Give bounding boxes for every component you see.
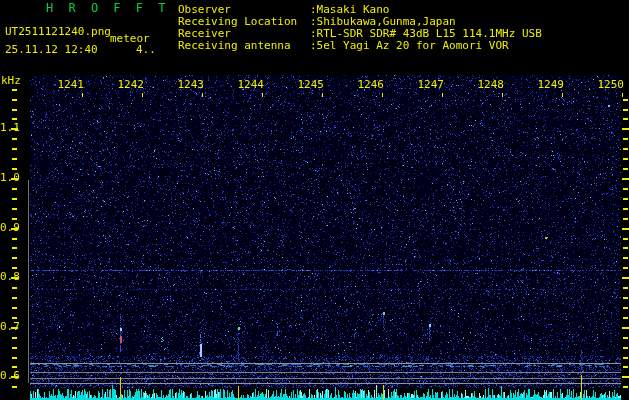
y-tick bbox=[622, 178, 629, 180]
y-tick bbox=[623, 158, 628, 160]
y-tick bbox=[12, 138, 17, 140]
hrofft-screen: H R O F F T UT2511121240.png meteor 25.1… bbox=[0, 0, 629, 400]
y-tick bbox=[623, 247, 628, 249]
y-tick bbox=[623, 337, 628, 339]
y-tick bbox=[12, 307, 17, 309]
y-tick bbox=[623, 366, 628, 368]
field-value-receiver: :RTL-SDR SDR# 43dB L15 114.1MHz USB bbox=[310, 28, 542, 39]
y-tick bbox=[12, 238, 17, 240]
y-tick bbox=[11, 376, 18, 378]
y-tick bbox=[623, 99, 628, 101]
y-tick bbox=[622, 128, 629, 130]
x-tick-label: 1249 bbox=[537, 79, 564, 90]
y-tick bbox=[623, 198, 628, 200]
y-tick bbox=[623, 386, 628, 388]
field-label-location: Receiving Location bbox=[178, 16, 297, 27]
y-tick bbox=[12, 198, 17, 200]
x-tick-label: 1244 bbox=[237, 79, 264, 90]
y-tick bbox=[12, 158, 17, 160]
y-tick bbox=[12, 317, 17, 319]
x-tick-label: 1242 bbox=[117, 79, 144, 90]
x-tick-label: 1243 bbox=[177, 79, 204, 90]
x-tick bbox=[202, 93, 203, 97]
y-tick bbox=[12, 357, 17, 359]
y-tick bbox=[623, 307, 628, 309]
app-title: H R O F F T bbox=[46, 3, 169, 14]
y-tick bbox=[623, 357, 628, 359]
y-tick bbox=[623, 109, 628, 111]
field-value-location: :Shibukawa,Gunma,Japan bbox=[310, 16, 456, 27]
y-tick bbox=[623, 188, 628, 190]
y-tick bbox=[12, 297, 17, 299]
y-axis-unit-label: kHz bbox=[1, 75, 21, 86]
y-tick bbox=[622, 228, 629, 230]
x-tick-label: 1245 bbox=[297, 79, 324, 90]
y-tick bbox=[623, 118, 628, 120]
x-tick bbox=[322, 93, 323, 97]
y-tick bbox=[12, 168, 17, 170]
field-value-antenna: :5el Yagi Az 20 for Aomori VOR bbox=[310, 40, 509, 51]
field-value-observer: :Masaki Kano bbox=[310, 4, 389, 15]
x-tick bbox=[142, 93, 143, 97]
y-tick bbox=[623, 218, 628, 220]
field-label-antenna: Receiving antenna bbox=[178, 40, 291, 51]
y-tick bbox=[11, 277, 18, 279]
x-tick bbox=[562, 93, 563, 97]
spectrogram-canvas bbox=[0, 0, 629, 400]
y-tick bbox=[12, 89, 17, 91]
y-tick bbox=[623, 257, 628, 259]
y-tick bbox=[12, 247, 17, 249]
y-tick bbox=[11, 128, 18, 130]
y-tick bbox=[12, 257, 17, 259]
x-tick-label: 1248 bbox=[477, 79, 504, 90]
y-tick bbox=[622, 376, 629, 378]
y-tick bbox=[12, 337, 17, 339]
x-tick bbox=[502, 93, 503, 97]
y-tick bbox=[12, 99, 17, 101]
y-tick bbox=[623, 168, 628, 170]
y-tick bbox=[12, 208, 17, 210]
x-tick-label: 1250 bbox=[597, 79, 624, 90]
y-tick bbox=[623, 208, 628, 210]
y-tick bbox=[12, 287, 17, 289]
y-tick bbox=[12, 118, 17, 120]
x-tick bbox=[82, 93, 83, 97]
datetime-suffix: 4.. bbox=[136, 44, 156, 55]
x-tick bbox=[382, 93, 383, 97]
filename-label: UT2511121240.png bbox=[5, 26, 111, 37]
y-tick bbox=[12, 366, 17, 368]
x-tick bbox=[262, 93, 263, 97]
x-tick bbox=[442, 93, 443, 97]
x-tick-label: 1246 bbox=[357, 79, 384, 90]
y-tick bbox=[623, 297, 628, 299]
datetime-label: 25.11.12 12:40 bbox=[5, 44, 98, 55]
y-tick bbox=[622, 327, 629, 329]
y-tick bbox=[12, 148, 17, 150]
y-tick bbox=[623, 148, 628, 150]
field-label-receiver: Receiver bbox=[178, 28, 231, 39]
y-tick bbox=[623, 287, 628, 289]
y-tick bbox=[11, 178, 18, 180]
y-tick bbox=[12, 267, 17, 269]
y-tick bbox=[12, 188, 17, 190]
y-tick bbox=[11, 228, 18, 230]
y-tick bbox=[12, 347, 17, 349]
y-tick bbox=[623, 347, 628, 349]
x-tick bbox=[622, 93, 623, 97]
y-tick bbox=[12, 218, 17, 220]
y-tick bbox=[623, 317, 628, 319]
y-tick bbox=[622, 277, 629, 279]
field-label-observer: Observer bbox=[178, 4, 231, 15]
y-tick bbox=[623, 238, 628, 240]
y-tick bbox=[623, 267, 628, 269]
x-tick-label: 1247 bbox=[417, 79, 444, 90]
y-tick bbox=[11, 327, 18, 329]
x-tick-label: 1241 bbox=[57, 79, 84, 90]
y-tick bbox=[12, 386, 17, 388]
y-tick bbox=[623, 138, 628, 140]
y-tick bbox=[12, 109, 17, 111]
